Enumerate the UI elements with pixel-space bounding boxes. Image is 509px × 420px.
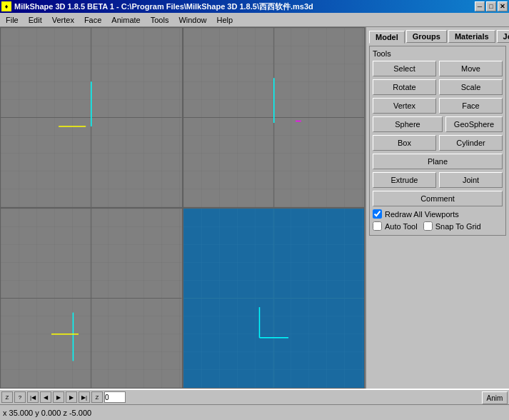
redraw-checkbox-row: Redraw All Viewports	[373, 209, 503, 219]
autotool-checkbox[interactable]	[373, 221, 382, 231]
title-bar-controls: ─ □ ✕	[475, 1, 508, 11]
coords-text: x 35.000 y 0.000 z -5.000	[3, 409, 91, 417]
grid-svg-topleft	[1, 28, 182, 207]
select-button[interactable]: Select	[373, 61, 436, 76]
sphere-button[interactable]: Sphere	[373, 116, 443, 132]
menu-file[interactable]: File	[1, 14, 23, 26]
extrude-button[interactable]: Extrude	[373, 172, 436, 188]
snaptogrid-checkbox[interactable]	[423, 221, 433, 231]
viewport-bottomright[interactable]	[183, 208, 366, 389]
menu-help[interactable]: Help	[213, 14, 238, 26]
btn-row-8: Comment	[373, 191, 503, 206]
title-bar: ♦ MilkShape 3D 1.8.5 BETA 1 - C:\Program…	[0, 0, 509, 13]
grid-svg-bottomleft	[1, 209, 182, 388]
tabs: Model Groups Materials Joints	[369, 30, 506, 43]
btn-row-3: Vertex Face	[373, 98, 503, 114]
app-icon: ♦	[1, 1, 11, 11]
snaptogrid-checkbox-row: Snap To Grid	[423, 221, 481, 231]
cylinder-button[interactable]: Cylinder	[439, 135, 503, 151]
move-button[interactable]: Move	[439, 61, 503, 76]
toolbar-icon-play[interactable]: ▶	[53, 391, 64, 403]
geosphere-button[interactable]: GeoSphere	[445, 116, 503, 132]
vertex-button[interactable]: Vertex	[373, 98, 436, 114]
toolbar-icon-z1[interactable]: Z	[1, 391, 13, 403]
bottom-toolbar: Z ? |◀ ◀ ▶ ▶ ▶| Z Anim	[0, 389, 509, 404]
toolbar-icon-next[interactable]: ▶	[66, 391, 77, 403]
autotool-label: Auto Tool	[385, 222, 418, 231]
maximize-button[interactable]: □	[486, 1, 496, 11]
tools-section: Tools Select Move Rotate Scale Vertex Fa…	[369, 46, 506, 236]
checkbox-bottom-row: Auto Tool Snap To Grid	[373, 220, 503, 232]
viewports-area	[0, 27, 366, 389]
redraw-label: Redraw All Viewports	[385, 210, 459, 219]
btn-row-7: Extrude Joint	[373, 172, 503, 188]
status-bar: x 35.000 y 0.000 z -5.000	[0, 404, 509, 420]
menu-tools[interactable]: Tools	[146, 14, 173, 26]
btn-row-4: Sphere GeoSphere	[373, 116, 503, 132]
frame-input[interactable]	[104, 391, 126, 403]
minimize-button[interactable]: ─	[475, 1, 485, 11]
plane-button[interactable]: Plane	[373, 154, 503, 169]
box-button[interactable]: Box	[373, 135, 436, 151]
right-panel: Model Groups Materials Joints Tools Sele…	[366, 27, 509, 389]
close-button[interactable]: ✕	[498, 1, 508, 11]
menu-animate[interactable]: Animate	[107, 14, 144, 26]
toolbar-icon-fastfwd[interactable]: ▶|	[79, 391, 90, 403]
menu-window[interactable]: Window	[174, 14, 211, 26]
btn-row-1: Select Move	[373, 61, 503, 76]
tools-label: Tools	[373, 49, 503, 58]
toolbar-icon-z2[interactable]: Z	[91, 391, 103, 403]
toolbar-icon-help[interactable]: ?	[14, 391, 26, 403]
rotate-button[interactable]: Rotate	[373, 79, 436, 95]
menu-face[interactable]: Face	[80, 14, 106, 26]
toolbar-icon-prev[interactable]: ◀	[40, 391, 51, 403]
comment-button[interactable]: Comment	[373, 191, 503, 206]
menu-vertex[interactable]: Vertex	[48, 14, 79, 26]
anim-button[interactable]: Anim	[482, 391, 508, 404]
tab-joints[interactable]: Joints	[497, 30, 509, 43]
grid-svg-topright	[183, 28, 365, 207]
snaptogrid-label: Snap To Grid	[435, 222, 481, 231]
btn-row-5: Box Cylinder	[373, 135, 503, 151]
title-text: MilkShape 3D 1.8.5 BETA 1 - C:\Program F…	[14, 1, 313, 12]
menu-bar: File Edit Vertex Face Animate Tools Wind…	[0, 13, 509, 27]
autotool-checkbox-row: Auto Tool	[373, 221, 418, 231]
viewport-topleft[interactable]	[0, 27, 183, 208]
toolbar-icon-rewind[interactable]: |◀	[27, 391, 39, 403]
menu-edit[interactable]: Edit	[24, 14, 46, 26]
scale-button[interactable]: Scale	[439, 79, 503, 95]
main-container: Model Groups Materials Joints Tools Sele…	[0, 27, 509, 389]
title-bar-left: ♦ MilkShape 3D 1.8.5 BETA 1 - C:\Program…	[1, 1, 313, 12]
redraw-checkbox[interactable]	[373, 209, 382, 219]
face-button[interactable]: Face	[439, 98, 503, 114]
tab-materials[interactable]: Materials	[448, 30, 495, 43]
tab-groups[interactable]: Groups	[406, 30, 447, 43]
grid-svg-bottomright	[183, 209, 365, 388]
viewport-topright[interactable]	[183, 27, 366, 208]
viewport-bottomleft[interactable]	[0, 208, 183, 389]
btn-row-2: Rotate Scale	[373, 79, 503, 95]
joint-button[interactable]: Joint	[439, 172, 503, 188]
tab-model[interactable]: Model	[369, 31, 405, 44]
btn-row-6: Plane	[373, 154, 503, 169]
